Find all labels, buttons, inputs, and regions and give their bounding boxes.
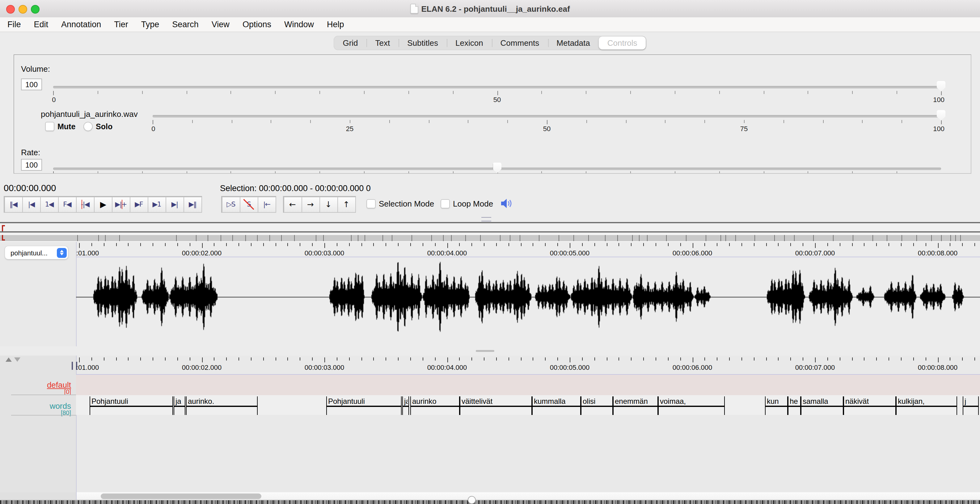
previous-scrollview-button[interactable]: |◀ <box>22 196 40 212</box>
tab-lexicon[interactable]: Lexicon <box>447 36 492 49</box>
tab-comments[interactable]: Comments <box>492 36 548 49</box>
media-time: 00:00:00.000 <box>4 183 56 193</box>
mute-checkbox[interactable] <box>45 122 54 131</box>
annotation-density-band <box>0 234 980 242</box>
annotation-segment[interactable]: aurinko. <box>186 396 258 415</box>
tier-row-words[interactable]: Pohjantuulijaaurinko.Pohjantuulijaaurink… <box>76 395 980 415</box>
menu-tier[interactable]: Tier <box>114 20 128 29</box>
annotation-segment[interactable]: voimaa, <box>658 396 725 415</box>
audio-track-dropdown[interactable]: pohjantuul... <box>5 246 68 259</box>
go-to-end-button[interactable]: ▶‖ <box>183 196 202 212</box>
pixel-left-button[interactable]: -|◀ <box>76 196 94 212</box>
crosshair-to-selection-left-button[interactable]: |← <box>257 196 276 212</box>
volume-slider-thumb[interactable] <box>937 81 945 91</box>
annotation-segment[interactable]: he <box>788 396 801 415</box>
annotation-segment[interactable]: kulkijan, <box>896 396 957 415</box>
selection-mode-checkbox[interactable] <box>366 199 376 208</box>
solo-radio[interactable] <box>83 122 93 131</box>
waveform-left-panel: pohjantuul... <box>0 242 76 346</box>
next-annotation-icon: → <box>307 200 314 209</box>
menu-view[interactable]: View <box>212 20 229 29</box>
mute-checkbox-row[interactable]: Mute <box>45 122 75 131</box>
time-label: 00:00:02.000 <box>174 364 229 371</box>
annotation-segment[interactable]: väittelivät <box>460 396 532 415</box>
title-bar: ELAN 6.2 - pohjantuuli__ja_aurinko.eaf <box>0 0 980 18</box>
pixel-right-button[interactable]: ▶|+ <box>111 196 130 212</box>
annotation-segment[interactable]: samalla <box>801 396 843 415</box>
annotation-segment[interactable]: Pohjantuuli <box>90 396 173 415</box>
go-to-begin-button[interactable]: ‖◀ <box>4 196 22 212</box>
tier-row-default[interactable] <box>76 375 980 395</box>
loop-mode-checkbox[interactable] <box>441 199 450 208</box>
frame-left-icon: F◀ <box>63 200 71 208</box>
section-divider[interactable] <box>0 346 980 356</box>
tab-subtitles[interactable]: Subtitles <box>399 36 447 49</box>
window-title: ELAN 6.2 - pohjantuuli__ja_aurinko.eaf <box>421 4 570 13</box>
tab-text[interactable]: Text <box>367 36 399 49</box>
volume-slider[interactable] <box>53 86 941 88</box>
menu-search[interactable]: Search <box>172 20 199 29</box>
tier-up-icon[interactable] <box>6 357 12 362</box>
split-pane-handle[interactable] <box>481 217 491 222</box>
tab-metadata[interactable]: Metadata <box>548 36 598 49</box>
media-volume-slider[interactable] <box>153 115 941 118</box>
annotation-segment[interactable]: ja <box>402 396 409 415</box>
tab-controls[interactable]: Controls <box>599 36 646 49</box>
tab-grid[interactable]: Grid <box>334 36 366 49</box>
waveform-canvas[interactable] <box>76 257 980 346</box>
menu-window[interactable]: Window <box>284 20 314 29</box>
annotation-segment[interactable]: Pohjantuuli <box>326 396 402 415</box>
second-right-icon: ▶1 <box>153 200 161 208</box>
pixel-right-icon: ▶|+ <box>115 200 127 208</box>
play-selection-button[interactable]: ▷S <box>221 196 240 212</box>
annotation-segment[interactable]: ja <box>173 396 185 415</box>
selection-mode-label: Selection Mode <box>379 199 434 208</box>
horizontal-scrollbar[interactable] <box>0 492 980 500</box>
annotation-segment[interactable]: j <box>963 396 979 415</box>
annotation-down-button[interactable]: ↓ <box>319 196 338 212</box>
second-left-button[interactable]: 1◀ <box>40 196 58 212</box>
annotation-segment[interactable]: näkivät <box>843 396 896 415</box>
time-label: 00:00:06.000 <box>665 364 720 371</box>
time-label: 00:00:07.000 <box>787 249 843 257</box>
annotation-up-button[interactable]: ↑ <box>337 196 356 212</box>
timeline-overview[interactable] <box>0 223 980 242</box>
media-volume-slider-thumb[interactable] <box>937 110 945 121</box>
menu-help[interactable]: Help <box>327 20 344 29</box>
next-annotation-button[interactable]: → <box>301 196 320 212</box>
annotation-segment[interactable]: kummalla <box>532 396 581 415</box>
menu-file[interactable]: File <box>7 20 21 29</box>
annotation-segment[interactable]: aurinko <box>410 396 460 415</box>
next-scrollview-button[interactable]: ▶| <box>165 196 184 212</box>
bottom-knob[interactable] <box>468 496 476 504</box>
time-label: 00:00:03.000 <box>297 249 352 257</box>
loop-mode-row[interactable]: Loop Mode <box>441 199 493 208</box>
time-label: 00:00:03.000 <box>297 364 352 371</box>
frame-left-button[interactable]: F◀ <box>58 196 76 212</box>
previous-annotation-button[interactable]: ← <box>283 196 302 212</box>
second-right-button[interactable]: ▶1 <box>147 196 166 212</box>
menu-type[interactable]: Type <box>141 20 159 29</box>
selection-info: Selection: 00:00:00.000 - 00:00:00.000 0 <box>220 183 371 193</box>
audio-track-dropdown-label: pohjantuul... <box>5 249 57 256</box>
menu-options[interactable]: Options <box>243 20 271 29</box>
annotation-segment[interactable]: enemmän <box>613 396 658 415</box>
play-pause-icon: ▶ <box>100 200 106 209</box>
selection-mode-row[interactable]: Selection Mode <box>366 199 434 208</box>
tier-count-default: [0] <box>64 388 71 395</box>
solo-radio-row[interactable]: Solo <box>83 122 113 131</box>
horizontal-scrollbar-thumb[interactable] <box>101 493 261 499</box>
annotation-segment[interactable]: kun <box>765 396 788 415</box>
speaker-icon[interactable] <box>501 198 513 209</box>
previous-annotation-icon: ← <box>289 200 296 209</box>
volume-value: 100 <box>21 78 42 90</box>
timeline-viewer: default [0] words [80] 00:00:01.00000:00… <box>0 356 980 492</box>
menu-edit[interactable]: Edit <box>34 20 49 29</box>
frame-right-button[interactable]: ▶F <box>129 196 148 212</box>
annotation-segment[interactable]: olisi <box>581 396 613 415</box>
menu-annotation[interactable]: Annotation <box>61 20 101 29</box>
time-label: 00:00:04.000 <box>419 364 475 371</box>
clear-selection-button[interactable]: S <box>239 196 258 212</box>
play-pause-button[interactable]: ▶ <box>94 196 112 212</box>
tier-down-icon[interactable] <box>14 357 21 362</box>
